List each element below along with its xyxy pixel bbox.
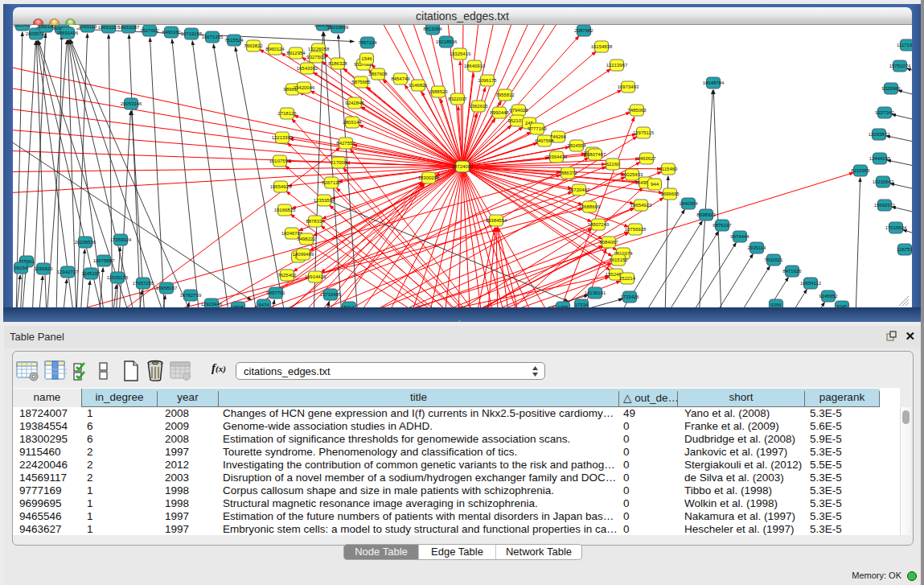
svg-text:10653287: 10653287 — [118, 25, 140, 30]
svg-text:1615152: 1615152 — [609, 257, 628, 262]
svg-text:1840954: 1840954 — [679, 201, 698, 206]
svg-text:5875685: 5875685 — [351, 80, 371, 84]
svg-text:16154838: 16154838 — [591, 44, 613, 49]
svg-text:10958167: 10958167 — [156, 286, 178, 290]
svg-text:8878334: 8878334 — [306, 219, 325, 224]
svg-text:8912954: 8912954 — [286, 51, 306, 56]
svg-text:8414: 8414 — [343, 305, 355, 307]
svg-text:17334: 17334 — [575, 303, 589, 307]
svg-text:12093872: 12093872 — [869, 132, 890, 137]
svg-text:9245652: 9245652 — [819, 294, 838, 299]
svg-text:9474444: 9474444 — [730, 234, 749, 239]
svg-text:10975887: 10975887 — [93, 258, 115, 263]
svg-text:9227342: 9227342 — [875, 110, 894, 115]
svg-text:8322037: 8322037 — [448, 97, 467, 101]
svg-text:19384554: 19384554 — [486, 218, 507, 223]
svg-text:944: 944 — [651, 182, 659, 187]
svg-text:1093119: 1093119 — [79, 25, 98, 29]
svg-text:17359924: 17359924 — [110, 237, 132, 242]
svg-text:1795: 1795 — [557, 305, 569, 307]
svg-text:9474: 9474 — [258, 303, 269, 307]
svg-text:1527602: 1527602 — [140, 28, 159, 33]
svg-text:1362615: 1362615 — [469, 104, 488, 109]
svg-text:16914429: 16914429 — [305, 274, 326, 279]
svg-text:3498222: 3498222 — [297, 237, 316, 241]
svg-text:2803144: 2803144 — [343, 120, 362, 125]
svg-text:10807487: 10807487 — [585, 152, 606, 157]
svg-text:18640910: 18640910 — [464, 64, 486, 68]
svg-text:7663822: 7663822 — [244, 43, 263, 48]
svg-text:9777169: 9777169 — [528, 126, 547, 131]
svg-text:15692971: 15692971 — [874, 203, 896, 208]
svg-text:10719155: 10719155 — [181, 31, 203, 36]
svg-text:10756928: 10756928 — [625, 227, 647, 232]
svg-text:7485063: 7485063 — [627, 108, 647, 113]
svg-text:10653257: 10653257 — [98, 25, 120, 30]
svg-text:19654925: 19654925 — [270, 184, 292, 189]
svg-text:1156829: 1156829 — [35, 266, 54, 271]
svg-text:10210643: 10210643 — [873, 179, 894, 184]
svg-text:7886372: 7886372 — [558, 171, 577, 175]
svg-text:126753: 126753 — [897, 247, 912, 252]
svg-text:12505135: 12505135 — [107, 275, 129, 280]
svg-text:14136141: 14136141 — [585, 290, 606, 295]
svg-text:2867608: 2867608 — [368, 72, 388, 76]
svg-text:6497568: 6497568 — [535, 138, 554, 143]
svg-text:9115460: 9115460 — [659, 167, 679, 171]
svg-text:12342737: 12342737 — [57, 270, 79, 274]
svg-text:18724007: 18724007 — [452, 164, 474, 169]
svg-text:20053346: 20053346 — [121, 101, 142, 106]
svg-text:6466160: 6466160 — [162, 30, 181, 35]
svg-text:15716485: 15716485 — [320, 292, 342, 297]
svg-text:20364436: 20364436 — [546, 154, 568, 159]
svg-text:39154: 39154 — [14, 266, 28, 270]
svg-text:1588520: 1588520 — [429, 89, 448, 94]
svg-text:8938923: 8938923 — [696, 212, 716, 217]
svg-text:23420046: 23420046 — [294, 85, 315, 90]
svg-text:2087682: 2087682 — [574, 28, 593, 33]
svg-text:8813054: 8813054 — [423, 27, 442, 31]
svg-text:8267130: 8267130 — [322, 180, 341, 185]
svg-text:20691406: 20691406 — [57, 31, 79, 35]
svg-text:10654112: 10654112 — [800, 281, 822, 286]
svg-text:8215955: 8215955 — [851, 168, 870, 173]
svg-text:7515524: 7515524 — [224, 38, 244, 43]
svg-text:19654923: 19654923 — [630, 203, 652, 208]
svg-text:19166825: 19166825 — [274, 208, 296, 212]
svg-text:10025433: 10025433 — [622, 172, 643, 177]
svg-text:9463627: 9463627 — [637, 156, 656, 161]
svg-text:9329966: 9329966 — [881, 86, 901, 91]
svg-text:9699695: 9699695 — [660, 192, 680, 196]
svg-text:3824554: 3824554 — [567, 143, 586, 148]
svg-text:12975115: 12975115 — [633, 130, 655, 135]
svg-text:1546: 1546 — [361, 56, 372, 61]
svg-text:18807249: 18807249 — [588, 222, 610, 227]
svg-text:12213967: 12213967 — [606, 63, 628, 68]
svg-text:7625402: 7625402 — [277, 273, 297, 278]
svg-text:15720407: 15720407 — [569, 187, 590, 192]
svg-text:10688609: 10688609 — [579, 204, 601, 209]
svg-text:8186328: 8186328 — [328, 61, 347, 66]
svg-text:14099489: 14099489 — [293, 252, 314, 257]
svg-text:252214: 252214 — [619, 276, 636, 281]
svg-text:12213369: 12213369 — [272, 135, 294, 140]
svg-text:9356: 9356 — [770, 303, 782, 307]
svg-text:9146821: 9146821 — [409, 83, 428, 88]
svg-text:20206536: 20206536 — [75, 240, 97, 245]
svg-text:16782759: 16782759 — [180, 293, 202, 298]
svg-text:13226058: 13226058 — [308, 47, 330, 51]
svg-text:16543382: 16543382 — [297, 66, 318, 71]
svg-text:17957255: 17957255 — [133, 281, 154, 286]
svg-text:12923446: 12923446 — [201, 302, 223, 307]
svg-text:8960124: 8960124 — [265, 47, 285, 51]
svg-text:19218506: 19218506 — [436, 39, 458, 44]
svg-text:13325419: 13325419 — [450, 51, 471, 56]
svg-text:16033809: 16033809 — [327, 25, 349, 30]
svg-text:12444195: 12444195 — [869, 156, 891, 161]
svg-text:15751074: 15751074 — [889, 64, 911, 68]
svg-text:9242848: 9242848 — [345, 101, 364, 105]
svg-text:9084067: 9084067 — [599, 240, 618, 245]
svg-text:7632621: 7632621 — [764, 257, 783, 262]
svg-text:7857224: 7857224 — [358, 40, 377, 45]
svg-text:10107553: 10107553 — [269, 159, 291, 163]
